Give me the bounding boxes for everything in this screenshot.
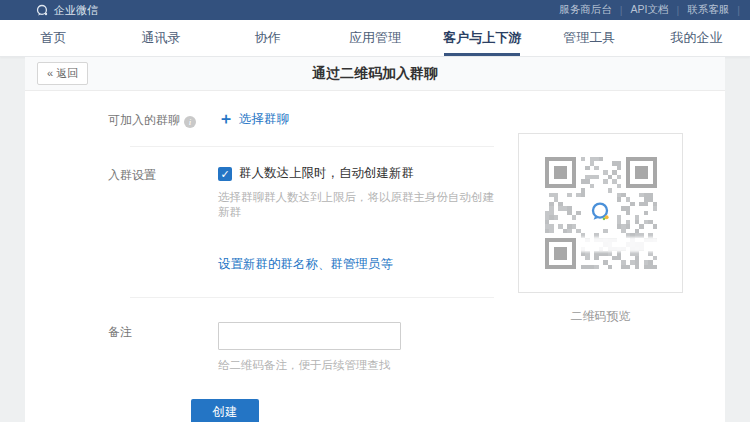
card-body: 可加入的群聊i ＋选择群聊 入群设置 ✓ 群人数达上限时，自动创建新群 选择群聊… bbox=[25, 91, 725, 422]
main-nav: 首页 通讯录 协作 应用管理 客户与上下游 管理工具 我的企业 bbox=[0, 20, 750, 57]
contact-support-link[interactable]: 联系客服 bbox=[679, 3, 737, 17]
card-header: « 返回 通过二维码加入群聊 bbox=[25, 57, 725, 91]
qr-preview-column: 二维码预览 bbox=[518, 133, 683, 422]
remark-hint: 给二维码备注，便于后续管理查找 bbox=[218, 358, 401, 373]
auto-create-group-option: ✓ 群人数达上限时，自动创建新群 bbox=[218, 165, 494, 182]
auto-create-group-label[interactable]: 群人数达上限时，自动创建新群 bbox=[239, 165, 414, 182]
auto-create-group-hint: 选择群聊群人数达到上限后，将以原群主身份自动创建新群 bbox=[218, 190, 494, 220]
joinable-group-control: ＋选择群聊 bbox=[218, 109, 289, 130]
join-settings-label: 入群设置 bbox=[108, 165, 218, 273]
plus-icon: ＋ bbox=[218, 110, 234, 127]
back-button[interactable]: « 返回 bbox=[37, 62, 88, 84]
brand-name: 企业微信 bbox=[54, 3, 98, 18]
remark-control: 给二维码备注，便于后续管理查找 bbox=[218, 322, 401, 373]
nav-tab-customers[interactable]: 客户与上下游 bbox=[429, 20, 536, 56]
joinable-group-label: 可加入的群聊i bbox=[108, 110, 218, 129]
separator: | bbox=[737, 4, 740, 16]
topbar: 企业微信 服务商后台 | API文档 | 联系客服 | bbox=[0, 0, 750, 20]
create-button[interactable]: 创建 bbox=[191, 399, 259, 422]
remark-row: 备注 给二维码备注，便于后续管理查找 bbox=[108, 298, 494, 373]
wecom-bubble-icon bbox=[36, 4, 49, 17]
nav-tab-management-tools[interactable]: 管理工具 bbox=[536, 20, 643, 56]
provider-console-link[interactable]: 服务商后台 bbox=[551, 3, 620, 17]
nav-tab-my-company[interactable]: 我的企业 bbox=[643, 20, 750, 56]
wecom-qr-logo-icon bbox=[589, 200, 613, 224]
topbar-links: 服务商后台 | API文档 | 联系客服 | bbox=[551, 3, 740, 17]
remark-input[interactable] bbox=[218, 322, 401, 350]
new-group-settings-link[interactable]: 设置新群的群名称、群管理员等 bbox=[218, 256, 393, 273]
form-column: 可加入的群聊i ＋选择群聊 入群设置 ✓ 群人数达上限时，自动创建新群 选择群聊… bbox=[25, 91, 518, 422]
brand-logo[interactable]: 企业微信 bbox=[36, 3, 98, 18]
nav-tab-collaboration[interactable]: 协作 bbox=[214, 20, 321, 56]
nav-tab-home[interactable]: 首页 bbox=[0, 20, 107, 56]
join-settings-row: 入群设置 ✓ 群人数达上限时，自动创建新群 选择群聊群人数达到上限后，将以原群主… bbox=[108, 147, 494, 297]
info-icon[interactable]: i bbox=[184, 116, 196, 128]
qr-code-image bbox=[545, 157, 657, 269]
remark-label: 备注 bbox=[108, 322, 218, 373]
auto-create-group-checkbox[interactable]: ✓ bbox=[218, 167, 232, 181]
select-group-link[interactable]: ＋选择群聊 bbox=[218, 112, 289, 126]
nav-tab-app-management[interactable]: 应用管理 bbox=[321, 20, 428, 56]
join-settings-control: ✓ 群人数达上限时，自动创建新群 选择群聊群人数达到上限后，将以原群主身份自动创… bbox=[218, 165, 494, 273]
qr-watermark-blur bbox=[578, 237, 659, 252]
api-docs-link[interactable]: API文档 bbox=[623, 3, 677, 17]
qr-preview-box bbox=[518, 133, 683, 293]
joinable-group-row: 可加入的群聊i ＋选择群聊 bbox=[108, 91, 494, 146]
nav-tab-contacts[interactable]: 通讯录 bbox=[107, 20, 214, 56]
qr-preview-caption: 二维码预览 bbox=[518, 308, 683, 325]
content-card: « 返回 通过二维码加入群聊 可加入的群聊i ＋选择群聊 入群设置 ✓ 群人数达… bbox=[25, 57, 725, 422]
page-title: 通过二维码加入群聊 bbox=[25, 65, 725, 83]
